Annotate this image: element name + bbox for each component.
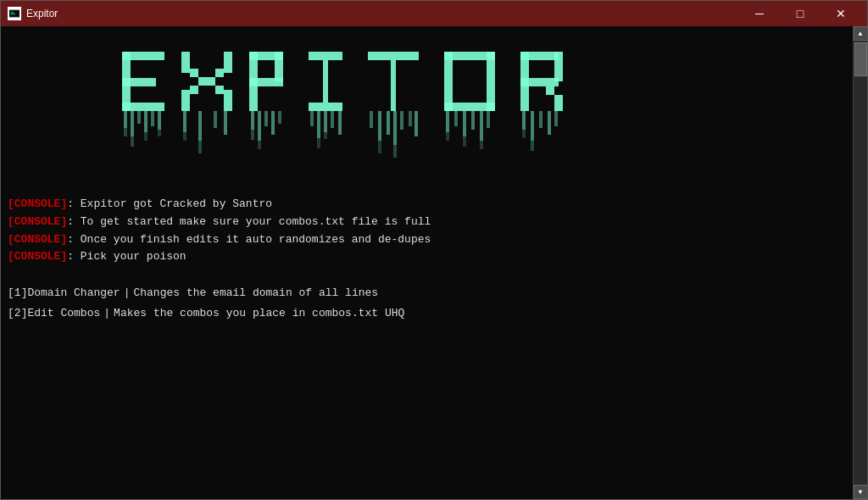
svg-rect-28 bbox=[183, 132, 186, 141]
svg-rect-29 bbox=[198, 111, 202, 141]
console-line-1: [CONSOLE]: Expitor got Cracked by Santro bbox=[8, 196, 846, 214]
svg-rect-66 bbox=[487, 52, 495, 111]
svg-rect-89 bbox=[548, 111, 551, 135]
svg-rect-17 bbox=[158, 130, 161, 136]
svg-rect-62 bbox=[400, 111, 403, 130]
console-text-4: : Pick your poison bbox=[67, 248, 186, 266]
svg-rect-19 bbox=[181, 90, 190, 111]
menu-description-1: Changes the email domain of all lines bbox=[133, 283, 378, 303]
svg-rect-23 bbox=[215, 69, 224, 77]
svg-rect-72 bbox=[463, 111, 466, 136]
svg-rect-13 bbox=[144, 111, 147, 132]
svg-rect-71 bbox=[454, 111, 458, 126]
svg-rect-77 bbox=[487, 111, 490, 128]
svg-rect-67 bbox=[444, 52, 495, 60]
console-tag-3: [CONSOLE] bbox=[8, 231, 67, 249]
svg-rect-90 bbox=[554, 111, 558, 126]
svg-rect-35 bbox=[275, 52, 283, 81]
svg-rect-36 bbox=[249, 78, 283, 86]
svg-rect-61 bbox=[393, 145, 397, 158]
console-tag-4: [CONSOLE] bbox=[8, 248, 67, 266]
menu-item-2[interactable]: [2] Edit Combos | Makes the combos you p… bbox=[8, 303, 846, 323]
svg-rect-6 bbox=[122, 78, 156, 86]
svg-rect-58 bbox=[378, 141, 381, 153]
scroll-down-button[interactable]: ▼ bbox=[854, 485, 868, 499]
svg-rect-25 bbox=[190, 86, 198, 94]
svg-rect-5 bbox=[122, 52, 164, 60]
title-bar: Expitor ─ □ ✕ bbox=[1, 1, 867, 26]
svg-rect-21 bbox=[224, 90, 232, 111]
svg-rect-83 bbox=[554, 95, 563, 111]
menu-description-2: Makes the combos you place in combos.txt… bbox=[114, 303, 404, 323]
svg-rect-24 bbox=[198, 77, 215, 86]
console-tag-1: [CONSOLE] bbox=[8, 196, 67, 214]
svg-rect-3 bbox=[11, 14, 15, 14]
title-bar-controls: ─ □ ✕ bbox=[740, 1, 860, 26]
scroll-up-button[interactable]: ▲ bbox=[854, 26, 868, 41]
svg-rect-26 bbox=[215, 86, 224, 94]
svg-rect-9 bbox=[124, 128, 127, 136]
svg-rect-55 bbox=[391, 60, 396, 111]
svg-rect-68 bbox=[444, 103, 495, 111]
console-text-3: : Once you finish edits it auto randomiz… bbox=[67, 231, 431, 249]
svg-rect-73 bbox=[463, 136, 466, 147]
svg-rect-32 bbox=[224, 111, 227, 135]
menu-item-1[interactable]: [1] Domain Changer | Changes the email d… bbox=[8, 283, 846, 303]
menu-pipe-1: | bbox=[124, 283, 131, 303]
scroll-track[interactable] bbox=[854, 41, 867, 485]
console-line-2: [CONSOLE]: To get started make sure your… bbox=[8, 214, 846, 231]
minimize-button[interactable]: ─ bbox=[740, 1, 779, 26]
console-tag-2: [CONSOLE] bbox=[8, 214, 67, 231]
svg-rect-39 bbox=[258, 111, 261, 141]
svg-rect-54 bbox=[368, 52, 419, 60]
svg-rect-56 bbox=[370, 111, 373, 128]
svg-rect-11 bbox=[131, 136, 134, 147]
svg-rect-76 bbox=[480, 141, 483, 149]
svg-rect-44 bbox=[309, 52, 342, 60]
svg-rect-65 bbox=[444, 52, 453, 111]
app-icon bbox=[8, 7, 21, 20]
menu-label-1: Domain Changer bbox=[27, 283, 120, 303]
title-bar-left: Expitor bbox=[8, 7, 58, 20]
svg-rect-69 bbox=[446, 111, 449, 132]
svg-rect-37 bbox=[251, 111, 254, 130]
console-lines: [CONSOLE]: Expitor got Cracked by Santro… bbox=[8, 196, 846, 266]
svg-rect-45 bbox=[323, 60, 328, 103]
menu-section: [1] Domain Changer | Changes the email d… bbox=[8, 283, 846, 323]
logo-svg bbox=[114, 43, 741, 179]
svg-rect-22 bbox=[190, 69, 198, 77]
console-line-3: [CONSOLE]: Once you finish edits it auto… bbox=[8, 231, 846, 249]
svg-rect-88 bbox=[539, 111, 542, 128]
menu-bracket-open-1: [ bbox=[8, 283, 14, 303]
svg-rect-2 bbox=[11, 12, 14, 13]
svg-rect-86 bbox=[531, 111, 534, 141]
scroll-thumb[interactable] bbox=[854, 42, 867, 76]
svg-rect-70 bbox=[446, 132, 449, 141]
svg-rect-79 bbox=[520, 52, 559, 60]
svg-rect-10 bbox=[131, 111, 134, 136]
main-window: Expitor ─ □ ✕ bbox=[0, 0, 868, 500]
window-body: [CONSOLE]: Expitor got Cracked by Santro… bbox=[1, 26, 867, 499]
svg-rect-16 bbox=[158, 111, 161, 130]
svg-rect-30 bbox=[198, 141, 202, 153]
svg-rect-59 bbox=[387, 111, 390, 135]
svg-rect-60 bbox=[393, 111, 397, 145]
svg-rect-47 bbox=[310, 111, 314, 126]
svg-rect-63 bbox=[409, 111, 412, 126]
maximize-button[interactable]: □ bbox=[781, 1, 820, 26]
svg-rect-53 bbox=[338, 111, 342, 135]
svg-rect-87 bbox=[531, 141, 534, 151]
menu-bracket-open-2: [ bbox=[8, 303, 14, 323]
svg-rect-12 bbox=[137, 111, 141, 124]
close-button[interactable]: ✕ bbox=[821, 1, 860, 26]
scrollbar[interactable]: ▲ ▼ bbox=[853, 26, 867, 499]
svg-rect-82 bbox=[546, 86, 554, 95]
menu-label-2: Edit Combos bbox=[27, 303, 100, 323]
svg-rect-27 bbox=[183, 111, 186, 132]
svg-rect-38 bbox=[251, 130, 254, 140]
svg-rect-85 bbox=[522, 130, 526, 138]
menu-pipe-2: | bbox=[103, 303, 110, 323]
svg-rect-41 bbox=[264, 111, 268, 126]
menu-number-1: 1 bbox=[14, 283, 21, 303]
svg-rect-81 bbox=[520, 78, 559, 86]
